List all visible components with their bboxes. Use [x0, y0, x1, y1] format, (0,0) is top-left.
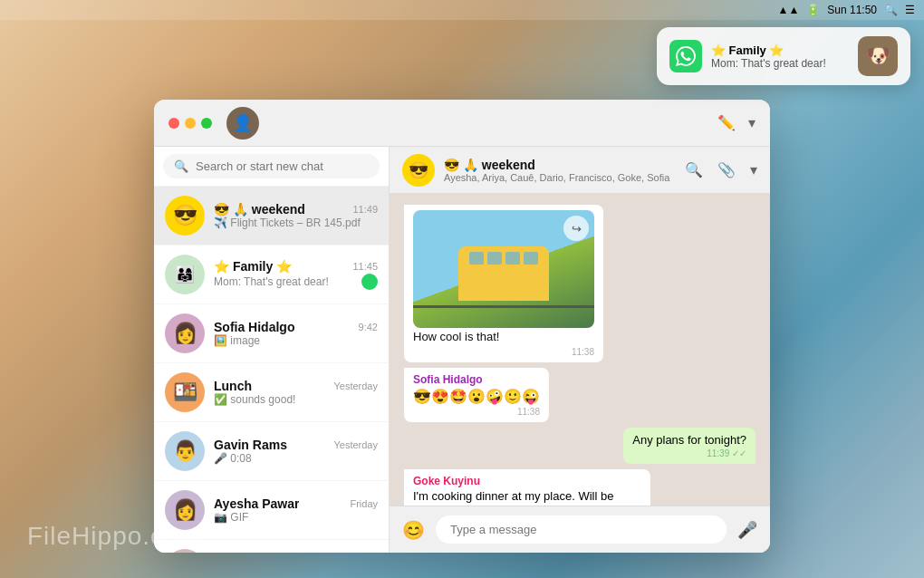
chat-item-weekend[interactable]: 😎 😎 🙏 weekend 11:49 ✈️ Flight Tickets – … [154, 187, 389, 246]
more-options-icon[interactable]: ▾ [750, 161, 757, 178]
notification-banner[interactable]: ⭐ Family ⭐ Mom: That's great dear! 🐶 [657, 27, 910, 85]
chat-avatar-family: 👨‍👩‍👧 [165, 255, 205, 294]
wifi-icon: ▲▲ [778, 4, 800, 16]
sofia-message-text: 😎😍🤩😮🤪🙂😜 [413, 388, 540, 405]
bubble-sender-goke: Goke Kuyinu [413, 475, 641, 487]
whatsapp-window: 👤 ✏️ ▾ 🔍 😎 😎 [154, 100, 770, 553]
chat-item-sofia[interactable]: 👩 Sofia Hidalgo 9:42 🖼️ image [154, 304, 389, 363]
menu-icon[interactable]: ☰ [905, 4, 915, 16]
bubble-goke: Goke Kuyinu I'm cooking dinner at my pla… [404, 469, 650, 506]
titlebar: 👤 ✏️ ▾ [154, 100, 770, 147]
main-content: 🔍 😎 😎 🙏 weekend 11:49 ✈️ Flight Ti [154, 147, 770, 553]
chat-info-weekend: 😎 🙏 weekend 11:49 ✈️ Flight Tickets – BR… [214, 202, 378, 229]
msg-time-plans: 11:39 ✓✓ [632, 448, 746, 458]
msg-incoming-video: ▶ ↪ How cool is that! 11:38 [404, 205, 603, 362]
microphone-button[interactable]: 🎤 [737, 520, 757, 540]
search-input-wrap[interactable]: 🔍 [163, 154, 380, 178]
tram-window-1 [469, 252, 484, 265]
menubar-right: ▲▲ 🔋 Sun 11:50 🔍 ☰ [778, 4, 915, 16]
chat-time-gavin: Yesterday [333, 439, 378, 450]
chat-name-sofia: Sofia Hidalgo [214, 320, 294, 334]
video-caption: How cool is that! [413, 328, 594, 345]
chat-header-members: Ayesha, Ariya, Cauê, Dario, Francisco, G… [444, 172, 676, 183]
messages-area: ▶ ↪ How cool is that! 11:38 Sofia Hidalg… [390, 194, 770, 506]
chat-panel: 😎 😎 🙏 weekend Ayesha, Ariya, Cauê, Dario… [390, 147, 770, 553]
search-bar: 🔍 [154, 147, 389, 187]
notification-content: ⭐ Family ⭐ Mom: That's great dear! [711, 43, 849, 70]
search-input[interactable] [196, 159, 369, 173]
sidebar: 🔍 😎 😎 🙏 weekend 11:49 ✈️ Flight Ti [154, 147, 390, 553]
chat-info-gavin: Gavin Rams Yesterday 🎤 0:08 [214, 438, 378, 465]
battery-icon: 🔋 [806, 4, 820, 16]
message-input[interactable] [436, 515, 727, 544]
search-icon: 🔍 [174, 159, 188, 173]
bubble-plans: Any plans for tonight? 11:39 ✓✓ [623, 428, 756, 464]
chat-preview-ayesha: 📷 GIF [214, 511, 378, 524]
chat-avatar-weekend: 😎 [165, 196, 205, 236]
tram-windows [469, 246, 538, 265]
msg-outgoing-plans: Any plans for tonight? 11:39 ✓✓ [623, 428, 756, 464]
chat-name-family: ⭐ Family ⭐ [214, 259, 292, 274]
user-avatar: 👤 [226, 107, 259, 140]
message-input-bar: 😊 🎤 [390, 506, 770, 553]
chat-preview-lunch: ✅ sounds good! [214, 393, 378, 406]
bubble-video: ▶ ↪ How cool is that! 11:38 [404, 205, 603, 362]
chat-item-lunch[interactable]: 🍱 Lunch Yesterday ✅ sounds good! [154, 363, 389, 422]
chat-item-gavin[interactable]: 👨 Gavin Rams Yesterday 🎤 0:08 [154, 422, 389, 481]
forward-button[interactable]: ↪ [563, 216, 589, 241]
msg-incoming-sofia: Sofia Hidalgo 😎😍🤩😮🤪🙂😜 11:38 [404, 368, 549, 422]
video-thumbnail[interactable]: ▶ ↪ [413, 210, 594, 328]
chat-info-lunch: Lunch Yesterday ✅ sounds good! [214, 379, 378, 406]
chat-info-ayesha: Ayesha Pawar Friday 📷 GIF [214, 496, 378, 524]
chat-name-weekend: 😎 🙏 weekend [214, 202, 305, 217]
notification-body: Mom: That's great dear! [711, 57, 849, 70]
maximize-button[interactable] [201, 118, 212, 129]
close-button[interactable] [168, 118, 179, 129]
bubble-sofia: Sofia Hidalgo 😎😍🤩😮🤪🙂😜 11:38 [404, 368, 549, 422]
chat-header-info: 😎 🙏 weekend Ayesha, Ariya, Cauê, Dario, … [444, 158, 676, 183]
notification-avatar: 🐶 [858, 36, 898, 76]
chat-time-ayesha: Friday [350, 498, 378, 509]
emoji-picker-button[interactable]: 😊 [402, 519, 425, 541]
goke-message-text: I'm cooking dinner at my place. Will be … [413, 489, 641, 506]
tram-window-2 [487, 252, 502, 265]
chat-time-sofia: 9:42 [359, 322, 378, 332]
chevron-down-icon[interactable]: ▾ [748, 114, 756, 131]
attachment-icon[interactable]: 📎 [717, 161, 736, 178]
msg-incoming-goke: Goke Kuyinu I'm cooking dinner at my pla… [404, 469, 650, 506]
chat-header-name: 😎 🙏 weekend [444, 158, 676, 172]
compose-icon[interactable]: ✏️ [717, 114, 736, 131]
tram-body [458, 246, 549, 301]
chat-time-weekend: 11:49 [352, 204, 378, 215]
chat-header-avatar: 😎 [402, 154, 435, 187]
bubble-sender-sofia: Sofia Hidalgo [413, 373, 540, 386]
chat-preview-family: Mom: That's great dear! [214, 275, 329, 288]
chat-name-lunch: Lunch [214, 379, 252, 393]
chat-preview-gavin: 🎤 0:08 [214, 452, 378, 465]
titlebar-actions: ✏️ ▾ [717, 114, 756, 131]
chat-info-family: ⭐ Family ⭐ 11:45 Mom: That's great dear! [214, 259, 378, 290]
chat-info-sofia: Sofia Hidalgo 9:42 🖼️ image [214, 320, 378, 347]
minimize-button[interactable] [185, 118, 196, 129]
tram-window-4 [524, 252, 538, 265]
chat-name-gavin: Gavin Rams [214, 438, 287, 452]
search-chat-icon[interactable]: 🔍 [685, 161, 703, 178]
notification-app-icon [669, 40, 702, 72]
chat-preview-sofia: 🖼️ image [214, 334, 378, 347]
tram-track [413, 305, 594, 308]
msg-time-video: 11:38 [413, 347, 594, 357]
tram-window-3 [505, 252, 520, 265]
chat-avatar-sofia: 👩 [165, 313, 205, 353]
notification-title: ⭐ Family ⭐ [711, 43, 849, 57]
chat-time-lunch: Yesterday [333, 381, 378, 391]
chat-preview-weekend: ✈️ Flight Tickets – BR 145.pdf [214, 217, 378, 229]
chat-item-family[interactable]: 👨‍👩‍👧 ⭐ Family ⭐ 11:45 Mom: That's great… [154, 246, 389, 304]
plans-message-text: Any plans for tonight? [632, 433, 746, 447]
unread-badge-family [361, 274, 378, 290]
watermark: FileHippo.com [27, 522, 201, 551]
search-menubar-icon[interactable]: 🔍 [884, 4, 898, 16]
chat-avatar-lunch: 🍱 [165, 372, 205, 412]
chat-list: 😎 😎 🙏 weekend 11:49 ✈️ Flight Tickets – … [154, 187, 389, 553]
menubar-time: Sun 11:50 [827, 4, 877, 16]
chat-header: 😎 😎 🙏 weekend Ayesha, Ariya, Cauê, Dario… [390, 147, 770, 194]
